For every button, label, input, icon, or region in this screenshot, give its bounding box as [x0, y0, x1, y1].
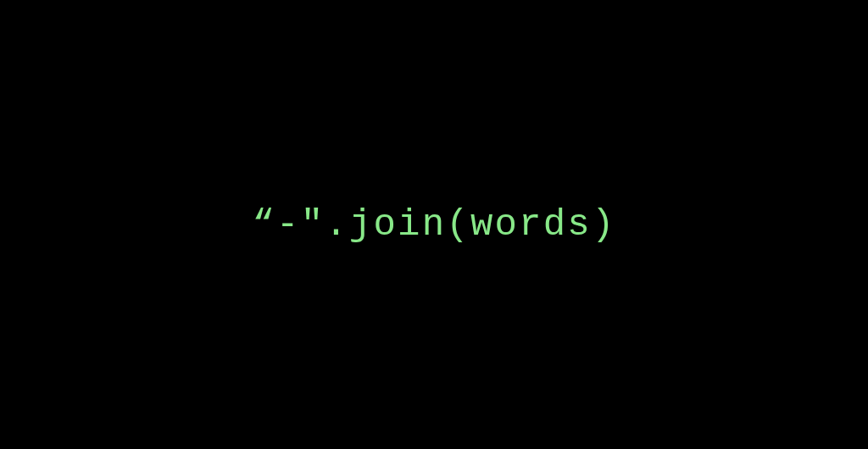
- code-snippet: “-".join(words): [252, 203, 615, 246]
